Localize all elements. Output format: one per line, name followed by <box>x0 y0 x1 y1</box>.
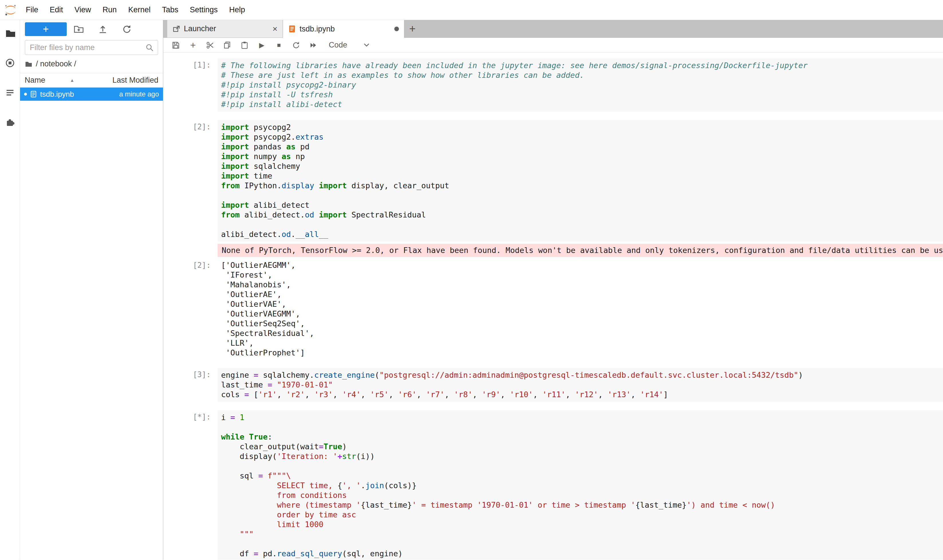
breadcrumb[interactable]: / notebook / <box>20 56 163 71</box>
menu-item-tabs[interactable]: Tabs <box>156 5 184 14</box>
cell-code-editor[interactable]: i = 1while True: clear_output(wait=True)… <box>218 410 943 560</box>
menu-item-file[interactable]: File <box>20 5 44 14</box>
save-icon <box>171 41 180 49</box>
copy-cells-button[interactable] <box>221 39 234 51</box>
sidebar-item-running-kernels[interactable] <box>0 51 20 75</box>
fast-forward-icon <box>309 41 317 49</box>
open-file-dot <box>24 93 27 95</box>
menu-bar: File Edit View Run Kernel Tabs Settings … <box>0 0 943 20</box>
paste-cells-button[interactable] <box>238 39 251 51</box>
sort-ascending-icon[interactable]: ▲ <box>70 78 74 83</box>
tab-label: Launcher <box>184 24 216 33</box>
notebook-toolbar: + <box>163 38 943 53</box>
puzzle-icon <box>5 117 15 128</box>
cell-input-prompt: [*]: <box>163 410 218 560</box>
save-button[interactable] <box>170 39 182 51</box>
menu-item-view[interactable]: View <box>69 5 97 14</box>
file-browser-toolbar: + <box>20 20 163 37</box>
cell-input-prompt: [2]: <box>163 120 218 242</box>
column-name[interactable]: Name <box>25 76 45 85</box>
notebook-cell: [*]:i = 1while True: clear_output(wait=T… <box>163 410 943 560</box>
cell-code-editor[interactable]: # The following libraries have already b… <box>218 58 943 112</box>
new-folder-button[interactable] <box>71 22 87 36</box>
refresh-button[interactable] <box>119 22 135 36</box>
chevron-down-icon <box>363 43 370 47</box>
new-folder-icon <box>73 24 84 34</box>
cell-code-editor[interactable]: engine = sqlalchemy.create_engine("postg… <box>218 368 943 402</box>
file-filter-box <box>25 40 158 55</box>
menu-item-settings[interactable]: Settings <box>184 5 224 14</box>
notebook-cell: [1]:# The following libraries have alrea… <box>163 58 943 112</box>
running-kernels-icon <box>5 58 15 68</box>
stderr-output: None of PyTorch, TensorFlow >= 2.0, or F… <box>218 244 943 257</box>
upload-button[interactable] <box>95 22 111 36</box>
cell-type-value: Code <box>329 41 347 49</box>
paste-icon <box>240 41 249 49</box>
cell-input-prompt: [3]: <box>163 368 218 402</box>
notebook-cells: [1]:# The following libraries have alrea… <box>163 53 943 560</box>
folder-icon <box>25 61 32 68</box>
tab-bar: Launcher × tsdb.ipynb + <box>163 20 943 38</box>
refresh-icon <box>122 24 132 34</box>
new-launcher-button[interactable]: + <box>25 22 67 36</box>
close-icon[interactable]: × <box>272 24 278 34</box>
add-cell-button[interactable]: + <box>187 39 199 51</box>
cut-icon <box>206 41 215 49</box>
menu-item-run[interactable]: Run <box>97 5 123 14</box>
menu-item-kernel[interactable]: Kernel <box>123 5 156 14</box>
menu-item-help[interactable]: Help <box>223 5 251 14</box>
jupyter-logo <box>4 3 17 17</box>
cell-type-dropdown[interactable]: Code <box>329 41 370 49</box>
column-last-modified[interactable]: Last Modified <box>112 76 158 85</box>
tab-label: tsdb.ipynb <box>299 25 335 34</box>
cell-input-prompt: [1]: <box>163 58 218 112</box>
left-sidebar <box>0 20 20 560</box>
menu-item-edit[interactable]: Edit <box>44 5 69 14</box>
cell-output: ['OutlierAEGMM', 'IForest', 'Mahalanobis… <box>218 259 943 359</box>
notebook-cell: [3]:engine = sqlalchemy.create_engine("p… <box>163 368 943 402</box>
notebook-file-icon <box>30 90 37 98</box>
file-name: tsdb.ipynb <box>40 90 74 99</box>
breadcrumb-path: / notebook / <box>36 60 76 68</box>
stop-button[interactable]: ■ <box>273 39 285 51</box>
notebook-cell: [2]:import psycopg2import psycopg2.extra… <box>163 120 943 359</box>
copy-icon <box>223 41 232 49</box>
launcher-icon <box>172 25 181 33</box>
tab-tsdb-notebook[interactable]: tsdb.ipynb <box>283 20 404 38</box>
main-area: Launcher × tsdb.ipynb + <box>163 20 943 560</box>
upload-icon <box>98 24 108 34</box>
cell-code-editor[interactable]: import psycopg2import psycopg2.extrasimp… <box>218 120 943 242</box>
list-icon <box>5 88 15 98</box>
file-row-tsdb-ipynb[interactable]: tsdb.ipynb a minute ago <box>20 88 163 101</box>
restart-icon <box>292 41 300 49</box>
sidebar-item-file-browser[interactable] <box>0 21 20 45</box>
notebook-icon <box>288 25 296 33</box>
new-tab-button[interactable]: + <box>404 20 420 37</box>
cut-cells-button[interactable] <box>204 39 216 51</box>
unsaved-changes-dot <box>394 27 399 31</box>
file-browser-panel: + <box>20 20 163 560</box>
sidebar-item-extensions[interactable] <box>0 111 20 134</box>
file-modified: a minute ago <box>119 90 159 98</box>
file-list-header: Name ▲ Last Modified <box>20 73 163 88</box>
tab-launcher[interactable]: Launcher × <box>167 20 283 37</box>
cell-output-prompt: [2]: <box>163 259 218 359</box>
file-filter-input[interactable] <box>29 43 145 52</box>
folder-icon <box>5 28 15 38</box>
restart-and-run-all-button[interactable] <box>307 39 319 51</box>
search-icon <box>145 43 154 52</box>
sidebar-item-table-of-contents[interactable] <box>0 81 20 105</box>
run-button[interactable]: ▶ <box>255 39 268 51</box>
restart-kernel-button[interactable] <box>290 39 303 51</box>
